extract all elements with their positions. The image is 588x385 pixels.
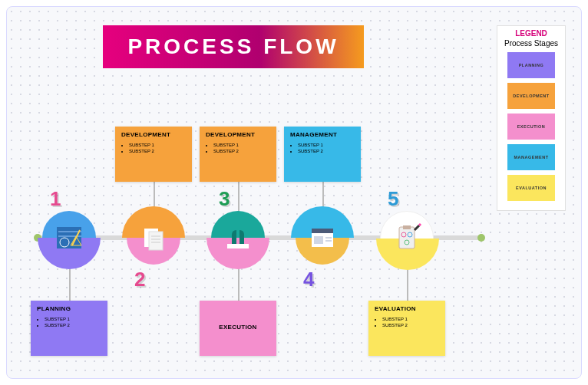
list-item: SUBSTEP 2 — [298, 149, 355, 153]
list-item: SUBSTEP 2 — [213, 149, 270, 153]
legend-swatch-execution: EXECUTION — [507, 114, 555, 140]
legend-swatch-planning: PLANNING — [507, 52, 555, 78]
box-title: DEVELOPMENT — [121, 131, 186, 138]
box-title: DEVELOPMENT — [206, 131, 270, 138]
legend-swatch-management: MANAGEMENT — [507, 144, 555, 170]
svg-rect-12 — [314, 236, 323, 244]
chess-icon — [223, 222, 253, 253]
legend-swatch-development: DEVELOPMENT — [507, 83, 555, 109]
step-number-2: 2 — [134, 268, 145, 291]
legend-title: LEGEND — [500, 29, 562, 38]
stage-box-development-1: DEVELOPMENT SUBSTEP 1 SUBSTEP 2 — [115, 127, 192, 182]
svg-rect-11 — [312, 229, 333, 233]
step-node-1 — [42, 211, 96, 265]
legend-swatch-evaluation: EVALUATION — [507, 175, 555, 201]
box-title: PLANNING — [37, 305, 101, 312]
stage-box-evaluation: EVALUATION SUBSTEP 1 SUBSTEP 2 — [368, 301, 445, 356]
box-items: SUBSTEP 1 SUBSTEP 2 — [121, 143, 186, 153]
documents-icon — [138, 222, 169, 253]
list-item: SUBSTEP 1 — [213, 143, 270, 147]
step-node-5 — [380, 211, 434, 265]
box-items: SUBSTEP 1 SUBSTEP 2 — [290, 143, 355, 153]
stage-box-management: MANAGEMENT SUBSTEP 1 SUBSTEP 2 — [284, 127, 361, 182]
step-node-4 — [296, 211, 349, 265]
svg-rect-9 — [227, 244, 249, 248]
clipboard-icon — [391, 222, 422, 253]
step-node-3 — [211, 211, 265, 265]
legend-panel: LEGEND Process Stages PLANNING DEVELOPME… — [497, 25, 566, 211]
step-number-1: 1 — [50, 187, 61, 211]
stage-box-execution: EXECUTION — [200, 301, 276, 356]
legend-subtitle: Process Stages — [500, 39, 562, 48]
svg-rect-16 — [403, 225, 411, 229]
diagram-canvas: PROCESS FLOW LEGEND Process Stages PLANN… — [6, 6, 582, 379]
title-banner: PROCESS FLOW — [103, 25, 364, 68]
box-items: SUBSTEP 1 SUBSTEP 2 — [375, 317, 439, 327]
step-number-4: 4 — [303, 268, 314, 291]
list-item: SUBSTEP 1 — [382, 317, 439, 321]
box-items: SUBSTEP 1 SUBSTEP 2 — [206, 143, 270, 153]
connector — [238, 182, 239, 212]
list-item: SUBSTEP 1 — [298, 143, 355, 147]
list-item: SUBSTEP 1 — [45, 317, 101, 321]
step-node-2 — [127, 211, 180, 265]
stage-box-development-2: DEVELOPMENT SUBSTEP 1 SUBSTEP 2 — [200, 127, 276, 182]
step-number-5: 5 — [388, 187, 398, 211]
svg-rect-5 — [149, 232, 163, 250]
box-title: EVALUATION — [375, 305, 439, 312]
step-number-3: 3 — [219, 187, 230, 211]
blueprint-icon — [54, 222, 84, 253]
box-title: EXECUTION — [206, 324, 270, 331]
list-item: SUBSTEP 1 — [129, 143, 186, 147]
svg-rect-15 — [399, 227, 415, 248]
stage-box-planning: PLANNING SUBSTEP 1 SUBSTEP 2 — [31, 301, 107, 356]
list-item: SUBSTEP 2 — [129, 149, 186, 153]
browser-icon — [307, 222, 338, 253]
list-item: SUBSTEP 2 — [382, 323, 439, 327]
box-title: MANAGEMENT — [290, 131, 355, 138]
list-item: SUBSTEP 2 — [45, 323, 101, 327]
diagram-title: PROCESS FLOW — [127, 35, 339, 59]
box-items: SUBSTEP 1 SUBSTEP 2 — [37, 317, 101, 327]
